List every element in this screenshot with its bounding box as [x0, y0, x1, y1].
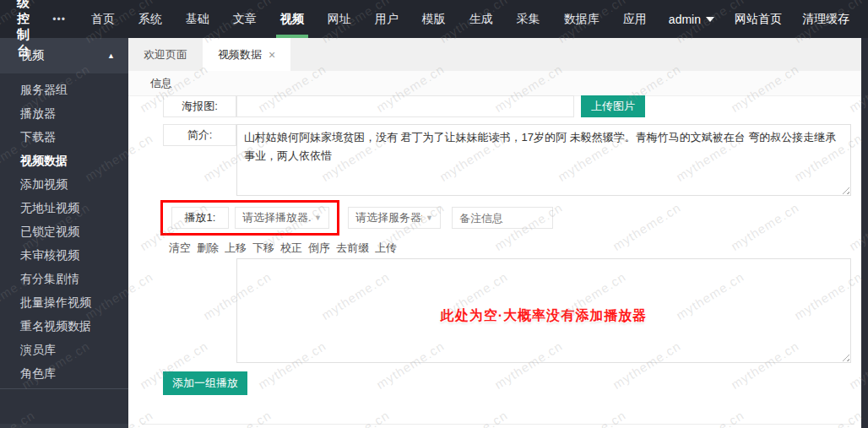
add-play-group-button[interactable]: 添加一组播放 — [163, 371, 247, 395]
nav-item-url[interactable]: 网址 — [316, 0, 363, 38]
tab-video-data[interactable]: 视频数据 × — [203, 38, 290, 71]
action-remove-prefix[interactable]: 去前缀 — [336, 241, 369, 256]
site-home-link[interactable]: 网站首页 — [724, 0, 792, 38]
action-move-up[interactable]: 上移 — [225, 241, 247, 256]
nav-item-home[interactable]: 首页 — [79, 0, 127, 38]
nav-item-app[interactable]: 应用 — [611, 0, 659, 38]
action-move-down[interactable]: 下移 — [252, 241, 274, 256]
intro-label: 简介: — [163, 124, 236, 146]
caret-down-icon — [706, 17, 714, 22]
poster-input[interactable] — [236, 95, 574, 117]
tab-bar: 欢迎页面 视频数据 × — [128, 38, 861, 71]
close-icon[interactable]: × — [269, 49, 275, 61]
collapse-arrow-icon: ▲ — [107, 51, 115, 60]
main-nav: 首页 系统 基础 文章 视频 网址 用户 模版 生成 采集 数据库 应用 — [79, 0, 659, 38]
player-select[interactable]: 请选择播放器. ▼ — [235, 207, 329, 229]
nav-item-generate[interactable]: 生成 — [458, 0, 505, 38]
nav-item-template[interactable]: 模版 — [410, 0, 458, 38]
sidebar-item-player[interactable]: 播放器 — [0, 101, 128, 125]
username: admin — [669, 13, 701, 26]
sidebar-menu: 服务器组 播放器 下载器 视频数据 添加视频 无地址视频 已锁定视频 未审核视频… — [0, 73, 128, 385]
poster-label: 海报图: — [163, 95, 236, 117]
sidebar-divider — [0, 388, 128, 389]
navbar-right: admin 网站首页 清理缓存 — [659, 0, 868, 38]
nav-item-system[interactable]: 系统 — [127, 0, 174, 38]
nav-item-database[interactable]: 数据库 — [552, 0, 611, 38]
upload-image-button[interactable]: 上传图片 — [581, 95, 645, 117]
form-subnav: 信息 — [128, 71, 861, 96]
intro-textarea-wrap: 山村姑娘何阿妹家境贫困，没有 君丁为了让妹妹能读书，17岁的阿 未毅然辍学。青梅… — [236, 124, 851, 196]
nav-item-basic[interactable]: 基础 — [174, 0, 221, 38]
subnav-tab-info[interactable]: 信息 — [128, 76, 182, 91]
nav-item-video[interactable]: 视频 — [269, 0, 316, 38]
caret-down-icon: ▼ — [314, 214, 322, 222]
play1-label: 播放1: — [171, 207, 229, 229]
right-edge-strip — [861, 38, 868, 428]
play-action-links: 清空 删除 上移 下移 校正 倒序 去前缀 上传 — [169, 241, 397, 256]
sidebar-item-actor-library[interactable]: 演员库 — [0, 338, 128, 361]
bottom-divider — [142, 424, 854, 425]
sidebar-item-video-data[interactable]: 视频数据 — [0, 149, 128, 172]
sidebar-item-duplicate-video[interactable]: 重名视频数据 — [0, 314, 128, 338]
action-correct[interactable]: 校正 — [280, 241, 302, 256]
player-select-value: 请选择播放器. — [242, 210, 311, 225]
action-reverse[interactable]: 倒序 — [308, 241, 330, 256]
sidebar-item-downloader[interactable]: 下载器 — [0, 125, 128, 149]
sidebar-item-unreviewed-video[interactable]: 未审核视频 — [0, 243, 128, 267]
brand-title: 超级控制台 — [0, 0, 39, 38]
more-icon[interactable]: ••• — [39, 0, 79, 38]
sidebar-item-locked-video[interactable]: 已锁定视频 — [0, 219, 128, 243]
sidebar-footer-area — [0, 424, 128, 428]
intro-textarea[interactable]: 山村姑娘何阿妹家境贫困，没有 君丁为了让妹妹能读书，17岁的阿 未毅然辍学。青梅… — [236, 124, 851, 196]
user-menu[interactable]: admin — [659, 0, 724, 38]
sidebar-item-role-library[interactable]: 角色库 — [0, 361, 128, 385]
tab-welcome[interactable]: 欢迎页面 — [128, 38, 203, 71]
top-navbar: 超级控制台 ••• 首页 系统 基础 文章 视频 网址 用户 模版 生成 采集 … — [0, 0, 868, 38]
action-upload[interactable]: 上传 — [375, 241, 397, 256]
sidebar-item-batch-operate[interactable]: 批量操作视频 — [0, 290, 128, 314]
caret-down-icon: ▼ — [426, 214, 433, 222]
server-group-select[interactable]: 请选择服务器组. ▼ — [348, 207, 441, 229]
sidebar: 视频 ▲ 服务器组 播放器 下载器 视频数据 添加视频 无地址视频 已锁定视频 … — [0, 38, 128, 428]
tab-welcome-label: 欢迎页面 — [144, 47, 187, 62]
playlist-textarea-wrap: 此处为空·大概率没有添加播放器 — [236, 258, 851, 363]
sidebar-item-add-video[interactable]: 添加视频 — [0, 172, 128, 196]
main-content: 信息 海报图: 上传图片 简介: 山村姑娘何阿妹家境贫困，没有 君丁为了让妹妹能… — [128, 71, 861, 428]
tab-video-data-label: 视频数据 — [218, 47, 262, 62]
note-input[interactable] — [452, 207, 553, 229]
nav-item-user[interactable]: 用户 — [363, 0, 410, 38]
sidebar-item-server-group[interactable]: 服务器组 — [0, 78, 128, 101]
playlist-textarea[interactable] — [236, 258, 851, 363]
action-delete[interactable]: 删除 — [197, 241, 219, 256]
sidebar-item-episode-plot[interactable]: 有分集剧情 — [0, 267, 128, 290]
nav-item-article[interactable]: 文章 — [221, 0, 269, 38]
nav-item-collect[interactable]: 采集 — [505, 0, 552, 38]
sidebar-item-no-address-video[interactable]: 无地址视频 — [0, 196, 128, 219]
clear-cache-link[interactable]: 清理缓存 — [792, 0, 860, 38]
action-clear[interactable]: 清空 — [169, 241, 191, 256]
server-group-select-value: 请选择服务器组. — [355, 210, 422, 225]
